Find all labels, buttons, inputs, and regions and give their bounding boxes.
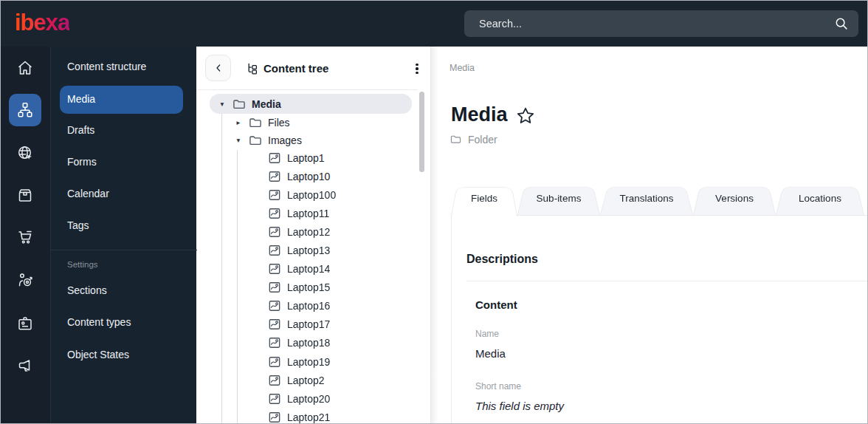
field-label-name: Name bbox=[475, 329, 499, 339]
image-icon bbox=[267, 355, 282, 369]
tab-sub-items[interactable]: Sub-items bbox=[517, 181, 600, 215]
tree-item-images[interactable]: ▾ Images bbox=[196, 131, 302, 149]
tab-translations[interactable]: Translations bbox=[600, 181, 693, 215]
tree-item[interactable]: Laptop10 bbox=[196, 167, 431, 185]
ibexa-logo[interactable]: ibexa bbox=[15, 10, 69, 36]
tree-header-divider bbox=[196, 89, 418, 90]
folder-icon bbox=[450, 133, 462, 146]
tree-image-items: Laptop1 Laptop10 Laptop100 Laptop11 Lapt… bbox=[196, 148, 431, 424]
sidebar-item-content-types[interactable]: Content types bbox=[67, 316, 131, 328]
commerce-cart-icon[interactable] bbox=[16, 228, 34, 246]
tree-item[interactable]: Laptop15 bbox=[196, 278, 431, 297]
image-icon bbox=[267, 151, 282, 165]
image-icon bbox=[267, 206, 282, 221]
tree-item[interactable]: Laptop11 bbox=[196, 204, 431, 222]
content-structure-icon[interactable] bbox=[16, 101, 34, 119]
tab-versions[interactable]: Versions bbox=[693, 181, 776, 215]
sidebar-item-object-states[interactable]: Object States bbox=[67, 349, 129, 360]
image-icon bbox=[267, 335, 282, 350]
tree-item[interactable]: Laptop2 bbox=[196, 371, 431, 389]
global-search bbox=[464, 10, 858, 37]
tree-item[interactable]: Laptop16 bbox=[196, 297, 431, 315]
field-label-short-name: Short name bbox=[475, 381, 521, 391]
content-tree-panel: Content tree ▾ Media ▸ Files ▾ Images La… bbox=[196, 47, 431, 424]
tree-item[interactable]: Laptop100 bbox=[196, 185, 431, 204]
tab-locations[interactable]: Locations bbox=[776, 181, 864, 215]
chevron-left-icon bbox=[213, 62, 224, 74]
tab-fields[interactable]: Fields bbox=[451, 181, 517, 215]
tree-item-label: Laptop15 bbox=[287, 281, 330, 293]
ibexa-admin-window: ibexa bbox=[0, 0, 868, 424]
product-catalog-icon[interactable] bbox=[16, 186, 34, 204]
tree-item[interactable]: Laptop1 bbox=[196, 148, 431, 167]
fields-panel: Descriptions Content Name Media Short na… bbox=[451, 215, 868, 424]
top-bar: ibexa bbox=[1, 1, 868, 47]
image-icon bbox=[267, 280, 282, 295]
personalization-target-icon[interactable] bbox=[16, 271, 34, 289]
tree-item-label: Laptop2 bbox=[287, 375, 325, 386]
star-icon[interactable] bbox=[516, 106, 535, 126]
sidebar-item-forms[interactable]: Forms bbox=[67, 156, 97, 168]
tree-item-label: Images bbox=[268, 134, 302, 146]
sidebar-nav: Content structure Media Drafts Forms Cal… bbox=[50, 47, 196, 424]
search-icon[interactable] bbox=[833, 16, 850, 32]
tree-item-label: Laptop16 bbox=[287, 300, 330, 312]
sidebar-item-sections[interactable]: Sections bbox=[67, 284, 107, 296]
tree-item[interactable]: Laptop13 bbox=[196, 241, 431, 259]
panel-shadow bbox=[431, 47, 438, 424]
tree-item[interactable]: Laptop18 bbox=[196, 334, 431, 352]
marketing-megaphone-icon[interactable] bbox=[16, 357, 34, 375]
tree-item-label: Laptop17 bbox=[287, 318, 330, 330]
content-tree-icon bbox=[245, 61, 259, 75]
tree-item-label: Laptop19 bbox=[287, 356, 330, 368]
sidebar-item-drafts[interactable]: Drafts bbox=[67, 124, 94, 136]
content-type-row: Folder bbox=[450, 133, 497, 146]
main-content: Media Media Folder Fields Sub-items Tran… bbox=[431, 47, 868, 424]
image-icon bbox=[267, 410, 282, 424]
tree-item[interactable]: Laptop20 bbox=[196, 389, 431, 408]
tree-item[interactable]: Laptop14 bbox=[196, 260, 431, 278]
image-icon bbox=[267, 298, 282, 313]
caret-right-icon[interactable]: ▸ bbox=[234, 119, 243, 126]
image-icon bbox=[267, 225, 282, 239]
image-icon bbox=[267, 261, 282, 276]
tree-item-label: Laptop14 bbox=[287, 263, 330, 275]
home-icon[interactable] bbox=[16, 59, 34, 77]
admin-badge-icon[interactable] bbox=[16, 315, 34, 332]
tree-item-label: Laptop11 bbox=[287, 208, 329, 219]
section-divider bbox=[466, 281, 868, 281]
tree-item-label: Laptop12 bbox=[287, 226, 330, 238]
image-icon bbox=[267, 243, 282, 258]
sidebar-item-tags[interactable]: Tags bbox=[67, 219, 89, 231]
sidebar-item-media[interactable]: Media bbox=[60, 86, 183, 114]
tree-item[interactable]: Laptop19 bbox=[196, 352, 431, 371]
tree-item-label: Media bbox=[252, 98, 281, 110]
tree-item[interactable]: Laptop21 bbox=[196, 408, 431, 424]
folder-icon bbox=[248, 115, 263, 130]
tree-item-media-root[interactable]: ▾ Media bbox=[196, 95, 281, 113]
collapse-tree-button[interactable] bbox=[205, 55, 231, 81]
tree-context-menu-button[interactable] bbox=[411, 61, 423, 76]
field-value-name: Media bbox=[475, 347, 506, 360]
folder-icon bbox=[248, 133, 263, 148]
image-icon bbox=[267, 373, 282, 388]
image-icon bbox=[267, 169, 282, 184]
tree-item-files[interactable]: ▸ Files bbox=[196, 113, 290, 131]
caret-down-icon[interactable]: ▾ bbox=[218, 100, 227, 108]
settings-section-label: Settings bbox=[67, 260, 98, 269]
breadcrumb[interactable]: Media bbox=[450, 63, 475, 73]
sidebar-item-content-structure[interactable]: Content structure bbox=[67, 61, 146, 72]
image-icon bbox=[267, 188, 282, 202]
page-title: Media bbox=[451, 103, 508, 126]
site-globe-icon[interactable] bbox=[16, 144, 34, 162]
tree-scrollbar-thumb[interactable] bbox=[419, 92, 424, 172]
tree-item-label: Laptop21 bbox=[287, 411, 330, 423]
tree-item-label: Laptop100 bbox=[287, 189, 336, 201]
content-tree-title: Content tree bbox=[264, 62, 328, 75]
sidebar-item-calendar[interactable]: Calendar bbox=[67, 188, 109, 199]
tree-item[interactable]: Laptop17 bbox=[196, 315, 431, 334]
tree-item[interactable]: Laptop12 bbox=[196, 222, 431, 241]
field-value-short-name: This field is empty bbox=[475, 400, 564, 412]
caret-down-icon[interactable]: ▾ bbox=[234, 137, 243, 144]
search-input[interactable] bbox=[464, 10, 858, 37]
